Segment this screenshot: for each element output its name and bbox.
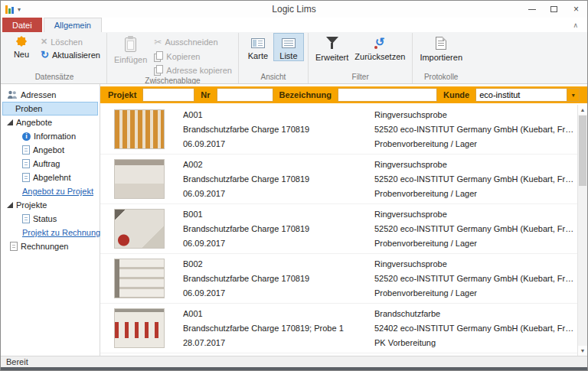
sample-description: Brandschutzfarbe Charge 170819	[183, 222, 374, 236]
sample-type: Brandschutzfarbe	[374, 307, 577, 321]
sidebar-item-adressen[interactable]: Adressen	[1, 88, 100, 102]
sidebar-item-auftrag[interactable]: Auftrag	[1, 157, 100, 171]
ribbon-group-datensaetze: Neu ✕ Löschen ↻ Aktualisieren Datensätze	[2, 33, 106, 83]
sidebar-item-status[interactable]: Status	[1, 212, 100, 226]
information-icon: i	[22, 132, 31, 141]
sample-description: Brandschutzfarbe Charge 170819; Probe 1	[183, 321, 374, 336]
scrollbar-thumb[interactable]	[579, 116, 586, 186]
karte-button[interactable]: Karte	[243, 33, 273, 60]
kunde-dropdown-button[interactable]: ▾	[567, 88, 580, 102]
close-icon: ×	[573, 4, 579, 15]
list-item[interactable]: B001 Brandschutzfarbe Charge 170819 06.0…	[100, 204, 577, 254]
sidebar-item-abgelehnt[interactable]: Abgelehnt	[1, 171, 100, 184]
status-bar: Bereit	[1, 356, 587, 367]
minimize-icon	[528, 9, 536, 10]
sidebar-item-projekte[interactable]: Projekte	[1, 198, 100, 212]
close-button[interactable]: ×	[565, 1, 587, 18]
list-item[interactable]: A001 Brandschutzfarbe Charge 170819 06.0…	[100, 105, 577, 155]
maximize-button[interactable]	[543, 1, 565, 18]
chevron-down-icon: ▾	[572, 92, 575, 99]
document-icon	[22, 214, 30, 223]
sample-customer: 52520 eco-INSTITUT Germany GmbH (Kuebart…	[374, 222, 577, 236]
sidebar-item-angebot-zu-projekt[interactable]: Angebot zu Projekt	[1, 184, 100, 198]
sidebar-navigation: Adressen Proben Angebote i Information A…	[1, 84, 100, 356]
ribbon-group-zwischenablage: Einfügen ✂ Ausschneiden Kopieren Adresse…	[106, 33, 238, 83]
neu-button[interactable]: Neu	[6, 33, 37, 59]
kunde-filter-label: Kunde	[437, 90, 475, 99]
sample-code: B001	[183, 207, 374, 222]
app-icon	[5, 5, 14, 14]
sidebar-item-label: Abgelehnt	[33, 173, 71, 182]
minimize-button[interactable]	[521, 1, 543, 18]
refresh-icon: ↻	[41, 50, 49, 60]
importieren-button[interactable]: Importieren	[416, 33, 466, 62]
sample-photo	[114, 209, 165, 249]
list-item[interactable]: A001 Brandschutzfarbe Charge 170819; Pro…	[100, 304, 577, 353]
reset-arrow-icon: ↺	[375, 35, 385, 48]
scroll-down-icon[interactable]: ▼	[578, 346, 587, 356]
tab-datei[interactable]: Datei	[2, 18, 42, 32]
sample-status: Probenvorbereitung / Lager	[374, 286, 577, 301]
sidebar-item-proben[interactable]: Proben	[2, 102, 98, 116]
expand-triangle-icon[interactable]	[7, 202, 13, 208]
aktualisieren-button[interactable]: ↻ Aktualisieren	[38, 50, 103, 60]
zuruecksetzen-button[interactable]: ↺ Zurücksetzen	[351, 33, 408, 61]
sidebar-item-rechnungen[interactable]: Rechnungen	[1, 239, 100, 253]
erweitert-button[interactable]: Erweitert	[312, 33, 351, 62]
new-star-icon	[16, 36, 27, 47]
sample-date: 06.09.2017	[183, 236, 374, 251]
liste-button[interactable]: Liste	[273, 33, 304, 61]
sidebar-item-label: Angebot	[33, 145, 64, 155]
sidebar-item-angebot[interactable]: Angebot	[1, 143, 100, 157]
group-label-filter: Filter	[312, 72, 408, 83]
sample-date: 06.09.2017	[183, 286, 374, 301]
quick-access-dropdown-icon[interactable]: ▾	[18, 6, 21, 13]
sidebar-item-angebote[interactable]: Angebote	[1, 116, 100, 129]
sidebar-item-projekt-zu-rechnung[interactable]: Projekt zu Rechnung	[1, 226, 100, 239]
vertical-scrollbar[interactable]: ▲ ▼	[577, 105, 587, 356]
sample-code: B002	[183, 257, 374, 272]
sample-description: Brandschutzfarbe Charge 170819	[183, 272, 374, 286]
nr-filter-input[interactable]	[217, 88, 273, 102]
projekt-filter-input[interactable]	[142, 88, 194, 102]
scissors-icon: ✂	[154, 37, 162, 47]
expand-triangle-icon[interactable]	[7, 119, 13, 125]
title-bar: ▾ Logic Lims ×	[1, 1, 587, 18]
loeschen-button[interactable]: ✕ Löschen	[38, 36, 103, 47]
adresse-kopieren-button[interactable]: Adresse kopieren	[152, 64, 234, 76]
sample-type: Ringversuchsprobe	[374, 257, 577, 272]
document-icon	[22, 145, 30, 155]
aktualisieren-label: Aktualisieren	[52, 50, 100, 60]
list-item[interactable]: B002 Brandschutzfarbe Charge 170819 06.0…	[100, 254, 577, 304]
list-item[interactable]: A002 Brandschutzfarbe Charge 170819 06.0…	[100, 155, 577, 204]
list-view-icon	[282, 38, 296, 48]
einfuegen-label: Einfügen	[114, 55, 147, 64]
kunde-filter-input[interactable]	[475, 88, 567, 102]
einfuegen-button[interactable]: Einfügen	[111, 33, 150, 64]
filter-bar: Projekt Nr Bezeichnung Kunde ▾	[100, 86, 587, 103]
sidebar-item-label: Status	[33, 214, 57, 223]
bezeichnung-filter-input[interactable]	[338, 88, 437, 102]
sample-description: Brandschutzfarbe Charge 170819	[183, 172, 374, 187]
sample-photo	[114, 159, 165, 199]
sidebar-item-information[interactable]: i Information	[1, 129, 100, 143]
sample-status: Probenvorbereitung / Lager	[374, 137, 577, 151]
sidebar-item-label: Angebot zu Projekt	[22, 187, 93, 196]
sample-photo	[114, 259, 165, 298]
sample-status: Probenvorbereitung / Lager	[374, 236, 577, 251]
sample-customer: 52520 eco-INSTITUT Germany GmbH (Kuebart…	[374, 172, 577, 187]
sample-customer: 52520 eco-INSTITUT Germany GmbH (Kuebart…	[374, 272, 577, 286]
import-document-icon	[436, 37, 446, 50]
ausschneiden-label: Ausschneiden	[165, 37, 217, 47]
scroll-up-icon[interactable]: ▲	[578, 105, 587, 115]
ausschneiden-button[interactable]: ✂ Ausschneiden	[152, 36, 234, 48]
sample-description: Brandschutzfarbe Charge 170819	[183, 122, 374, 137]
tab-allgemein[interactable]: Allgemein	[44, 18, 102, 32]
kopieren-button[interactable]: Kopieren	[152, 50, 234, 62]
group-label-ansicht: Ansicht	[243, 72, 304, 83]
ribbon-group-protokolle: Importieren Protokolle	[412, 33, 469, 83]
zuruecksetzen-label: Zurücksetzen	[354, 52, 405, 61]
projekt-filter-label: Projekt	[102, 90, 142, 99]
sample-type: Ringversuchsprobe	[374, 108, 577, 122]
collapse-ribbon-icon[interactable]: ∧	[573, 21, 578, 29]
